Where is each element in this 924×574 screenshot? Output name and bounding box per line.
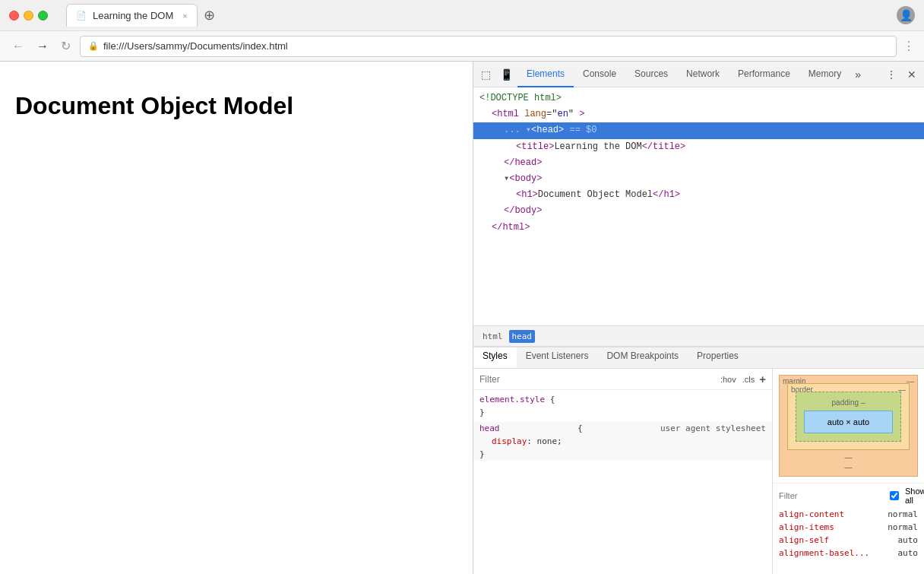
element-style-selector: element.style { xyxy=(473,393,772,406)
computed-prop-value: normal xyxy=(888,509,918,519)
styles-tabs: Styles Event Listeners DOM Breakpoints P… xyxy=(473,347,924,369)
computed-prop-value: auto xyxy=(898,535,919,545)
main-area: Document Object Model ⬚ 📱 Elements Conso… xyxy=(0,62,924,574)
computed-row-align-content: align-content normal xyxy=(773,508,924,521)
tab-memory[interactable]: Memory xyxy=(799,62,850,87)
element-style-close: } xyxy=(473,406,772,419)
box-model: margin — border — padding – auto × auto xyxy=(773,369,924,483)
tab-title: Learning the DOM xyxy=(93,10,173,21)
tab-close-button[interactable]: × xyxy=(182,11,187,21)
dom-line-head[interactable]: ... ▾<head> == $0 xyxy=(473,122,924,138)
show-all-label: Show all xyxy=(905,487,924,505)
new-tab-button[interactable]: ⊕ xyxy=(198,4,221,27)
computed-row-align-items: align-items normal xyxy=(773,521,924,534)
refresh-button[interactable]: ↻ xyxy=(58,37,74,55)
box-margin: margin — border — padding – auto × auto xyxy=(779,375,918,477)
browser-tab[interactable]: 📄 Learning the DOM × xyxy=(66,4,198,27)
device-toggle-button[interactable]: 📱 xyxy=(495,65,517,84)
computed-prop-value: auto xyxy=(898,548,919,558)
computed-filter-input[interactable] xyxy=(779,491,884,500)
computed-prop-name: align-self xyxy=(779,535,829,545)
browser-menu-button[interactable]: ⋮ xyxy=(903,39,915,53)
head-style-prop: display: none; xyxy=(473,435,772,448)
devtools-panel: ⬚ 📱 Elements Console Sources Network Per… xyxy=(473,62,924,574)
styles-tab-event-listeners[interactable]: Event Listeners xyxy=(517,347,598,368)
dom-area: <!DOCTYPE html> <html lang="en" > ... ▾<… xyxy=(473,87,924,347)
head-style-close: } xyxy=(473,448,772,461)
tab-bar: 📄 Learning the DOM × ⊕ xyxy=(66,4,891,27)
breadcrumb-head[interactable]: head xyxy=(509,330,536,343)
tab-console[interactable]: Console xyxy=(574,62,625,87)
computed-row-alignment-baseline: alignment-basel... auto xyxy=(773,547,924,560)
forward-button[interactable]: → xyxy=(33,38,52,55)
breadcrumb-bar: html head xyxy=(473,325,924,347)
styles-panel: Styles Event Listeners DOM Breakpoints P… xyxy=(473,347,924,574)
dom-line-html[interactable]: <html lang="en" > xyxy=(473,106,924,122)
padding-label: padding – xyxy=(832,398,865,407)
profile-icon[interactable]: 👤 xyxy=(897,6,915,24)
computed-prop-name: alignment-basel... xyxy=(779,548,869,558)
filter-plus-button[interactable]: + xyxy=(759,373,766,385)
devtools-menu-button[interactable]: ⋮ xyxy=(881,65,901,84)
styles-left-panel: :hov .cls + element.style { xyxy=(473,369,772,574)
box-padding: padding – auto × auto xyxy=(796,392,901,442)
user-agent-label: user agent stylesheet xyxy=(660,423,766,433)
maximize-window-button[interactable] xyxy=(38,11,48,21)
devtools-actions: ⋮ ✕ xyxy=(881,65,921,84)
style-rule-element: element.style { } xyxy=(473,393,772,419)
box-content: auto × auto xyxy=(804,411,893,433)
tab-network[interactable]: Network xyxy=(677,62,729,87)
style-rule-head: head { user agent stylesheet display: no… xyxy=(473,422,772,461)
computed-prop-name: align-items xyxy=(779,522,834,532)
dom-line-h1[interactable]: <h1>Document Object Model</h1> xyxy=(473,187,924,203)
styles-tab-dom-breakpoints[interactable]: DOM Breakpoints xyxy=(597,347,688,368)
devtools-top: <!DOCTYPE html> <html lang="en" > ... ▾<… xyxy=(473,87,924,574)
show-all-checkbox[interactable] xyxy=(890,491,899,500)
devtools-close-button[interactable]: ✕ xyxy=(903,65,921,84)
tab-performance[interactable]: Performance xyxy=(729,62,799,87)
computed-properties: align-content normal align-items normal … xyxy=(773,508,924,560)
styles-rules: element.style { } head { user ag xyxy=(473,390,772,574)
filter-bar: :hov .cls + xyxy=(473,369,772,390)
breadcrumb-html[interactable]: html xyxy=(479,330,506,343)
computed-filter: Show all xyxy=(773,483,924,508)
devtools-toolbar: ⬚ 📱 Elements Console Sources Network Per… xyxy=(473,62,924,87)
styles-tab-styles[interactable]: Styles xyxy=(473,347,517,368)
more-tabs-button[interactable]: » xyxy=(850,65,865,84)
devtools-tabs: Elements Console Sources Network Perform… xyxy=(517,62,881,87)
filter-cls-label[interactable]: .cls xyxy=(742,375,755,384)
box-bottom-2: — xyxy=(784,463,913,471)
title-bar: 📄 Learning the DOM × ⊕ 👤 xyxy=(0,0,924,30)
security-icon: 🔒 xyxy=(88,41,99,51)
page-heading: Document Object Model xyxy=(15,92,457,120)
dom-tree[interactable]: <!DOCTYPE html> <html lang="en" > ... ▾<… xyxy=(473,87,924,325)
dom-line-body[interactable]: ▾<body> xyxy=(473,171,924,187)
inspect-element-button[interactable]: ⬚ xyxy=(476,65,495,84)
styles-tab-properties[interactable]: Properties xyxy=(688,347,748,368)
filter-input[interactable] xyxy=(479,374,720,385)
dom-line-head-close[interactable]: </head> xyxy=(473,155,924,171)
tab-sources[interactable]: Sources xyxy=(625,62,677,87)
computed-prop-value: normal xyxy=(888,522,918,532)
dom-line-body-close[interactable]: </body> xyxy=(473,203,924,219)
browser-chrome: 📄 Learning the DOM × ⊕ 👤 ← → ↻ 🔒 file://… xyxy=(0,0,924,62)
close-window-button[interactable] xyxy=(9,11,19,21)
minimize-window-button[interactable] xyxy=(24,11,33,21)
address-bar[interactable]: 🔒 file:///Users/sammy/Documents/index.ht… xyxy=(80,36,897,57)
styles-right-panel: margin — border — padding – auto × auto xyxy=(772,369,924,574)
address-text: file:///Users/sammy/Documents/index.html xyxy=(103,40,288,52)
styles-body: :hov .cls + element.style { xyxy=(473,369,924,574)
dom-line-html-close[interactable]: </html> xyxy=(473,220,924,236)
box-border: border — padding – auto × auto xyxy=(787,383,910,450)
dom-line-title[interactable]: <title>Learning the DOM</title> xyxy=(473,139,924,155)
computed-row-align-self: align-self auto xyxy=(773,534,924,547)
filter-hov-label[interactable]: :hov xyxy=(720,375,736,384)
box-dimensions: auto × auto xyxy=(827,417,869,427)
tab-elements[interactable]: Elements xyxy=(517,62,574,87)
box-bottom-1: — xyxy=(784,453,913,461)
page-content: Document Object Model xyxy=(0,62,473,574)
back-button[interactable]: ← xyxy=(9,38,27,55)
dom-line-doctype[interactable]: <!DOCTYPE html> xyxy=(473,90,924,106)
computed-prop-name: align-content xyxy=(779,509,844,519)
tab-favicon: 📄 xyxy=(76,11,87,21)
